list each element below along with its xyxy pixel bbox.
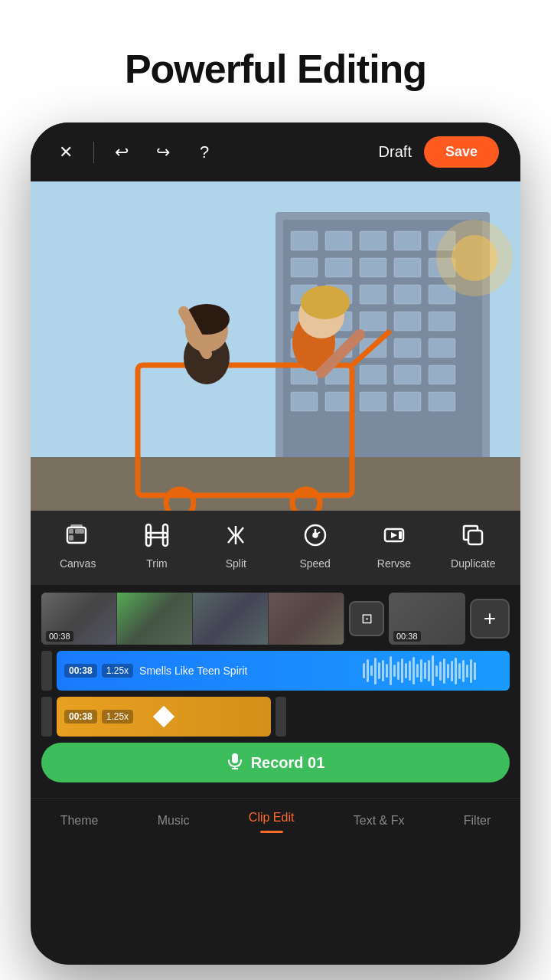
tool-reverse[interactable]: Rervse: [364, 523, 425, 570]
audio-speed: 1.25x: [102, 664, 133, 678]
svg-rect-69: [468, 531, 482, 544]
svg-rect-33: [291, 392, 318, 411]
filter-label: Filter: [464, 814, 491, 831]
music-clip[interactable]: 00:38 1.25x: [57, 697, 271, 737]
svg-rect-9: [325, 258, 352, 277]
svg-rect-58: [69, 535, 73, 541]
duplicate-label: Duplicate: [451, 557, 495, 570]
svg-rect-22: [429, 312, 455, 331]
record-button[interactable]: Record 01: [41, 743, 510, 782]
music-clip-speed: 1.25x: [102, 710, 133, 724]
svg-rect-35: [360, 392, 386, 411]
add-clip-button[interactable]: +: [470, 599, 510, 639]
canvas-icon: [66, 523, 90, 551]
small-clip-time: 00:38: [393, 631, 421, 642]
svg-rect-30: [360, 365, 386, 384]
svg-rect-38: [31, 457, 520, 511]
tool-duplicate[interactable]: Duplicate: [442, 523, 504, 570]
svg-rect-60: [146, 533, 168, 537]
page-title-heading: Powerful Editing: [125, 46, 426, 92]
svg-rect-26: [394, 338, 421, 358]
top-bar: ✕ ↩ ↪ ? Draft Save: [31, 122, 520, 181]
audio-track: 00:38 1.25x Smells Like Teen Spirit: [31, 651, 520, 691]
music-label: Music: [158, 814, 190, 831]
top-bar-right: Draft Save: [379, 136, 499, 168]
duplicate-icon: [461, 523, 485, 551]
divider: [93, 142, 94, 163]
svg-rect-3: [291, 231, 318, 250]
nav-item-filter[interactable]: Filter: [464, 814, 491, 831]
tool-trim[interactable]: Trim: [126, 523, 187, 570]
split-label: Split: [226, 557, 246, 570]
music-clip-track: 00:38 1.25x: [31, 697, 520, 737]
bottom-nav: Theme Music Clip Edit Text & Fx Filter: [31, 798, 520, 841]
music-handle-right[interactable]: [276, 697, 286, 737]
clip-edit-active-bar: [260, 831, 283, 833]
video-preview: [31, 181, 520, 511]
tool-canvas[interactable]: Canvas: [47, 523, 109, 570]
music-handle-left[interactable]: [41, 697, 52, 737]
close-button[interactable]: ✕: [52, 139, 80, 166]
tool-split[interactable]: Split: [205, 523, 266, 570]
main-video-track: 00:38 ⊡ 00:38 +: [31, 593, 520, 645]
mic-icon: [227, 753, 243, 773]
trim-label: Trim: [146, 557, 167, 570]
main-clip[interactable]: 00:38: [41, 593, 344, 645]
svg-rect-4: [325, 231, 352, 250]
trim-icon: [145, 523, 169, 551]
music-clip-time: 00:38: [64, 710, 97, 724]
save-button[interactable]: Save: [424, 136, 499, 168]
svg-point-54: [452, 235, 497, 281]
speed-icon: [303, 523, 328, 551]
audio-handle-left[interactable]: [41, 651, 52, 691]
tool-speed[interactable]: Speed: [285, 523, 346, 570]
nav-item-theme[interactable]: Theme: [60, 814, 99, 831]
svg-rect-31: [394, 365, 421, 384]
nav-item-text-fx[interactable]: Text & Fx: [354, 814, 405, 831]
svg-point-65: [313, 534, 317, 537]
text-fx-label: Text & Fx: [354, 814, 405, 831]
reverse-icon: [382, 523, 406, 551]
timeline-area: 00:38 ⊡ 00:38 + 00:38 1.25x Smells Like …: [31, 585, 520, 798]
scene-illustration: [31, 181, 520, 511]
record-track: Record 01: [31, 743, 520, 782]
speed-label: Speed: [299, 557, 330, 570]
svg-rect-68: [399, 531, 402, 539]
clip-edit-label: Clip Edit: [249, 811, 295, 828]
svg-rect-61: [146, 524, 151, 546]
top-bar-left: ✕ ↩ ↪ ?: [52, 139, 218, 166]
main-clip-time: 00:38: [46, 631, 73, 642]
audio-clip[interactable]: 00:38 1.25x Smells Like Teen Spirit: [57, 651, 510, 691]
draft-label: Draft: [379, 143, 412, 161]
transition-button[interactable]: ⊡: [349, 601, 384, 636]
svg-rect-5: [360, 231, 386, 250]
svg-rect-10: [360, 258, 386, 277]
svg-rect-32: [429, 365, 455, 384]
svg-point-51: [301, 286, 350, 319]
redo-button[interactable]: ↪: [149, 139, 177, 166]
yellow-diamond: [153, 706, 174, 727]
nav-item-clip-edit[interactable]: Clip Edit: [249, 811, 295, 833]
svg-rect-6: [394, 231, 421, 250]
theme-label: Theme: [60, 814, 99, 831]
svg-rect-57: [69, 529, 73, 534]
svg-rect-16: [394, 285, 421, 304]
help-button[interactable]: ?: [191, 139, 218, 166]
svg-rect-27: [429, 338, 455, 358]
nav-item-music[interactable]: Music: [158, 814, 190, 831]
svg-rect-62: [163, 524, 168, 546]
svg-rect-70: [232, 753, 238, 763]
tools-bar: Canvas Trim Split: [31, 511, 520, 585]
svg-rect-34: [325, 392, 352, 411]
split-icon: [223, 523, 248, 551]
svg-rect-15: [360, 285, 386, 304]
svg-rect-21: [394, 312, 421, 331]
svg-rect-8: [291, 258, 318, 277]
small-clip[interactable]: 00:38: [389, 593, 465, 645]
undo-button[interactable]: ↩: [108, 139, 135, 166]
svg-marker-67: [391, 532, 397, 538]
svg-rect-20: [360, 312, 386, 331]
svg-rect-36: [394, 392, 421, 411]
svg-rect-37: [429, 392, 455, 411]
phone-frame: ✕ ↩ ↪ ? Draft Save: [31, 122, 520, 965]
